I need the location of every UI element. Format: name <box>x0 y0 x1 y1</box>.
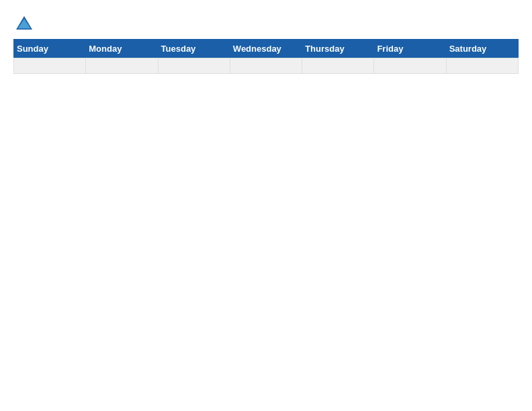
calendar-table: SundayMondayTuesdayWednesdayThursdayFrid… <box>13 39 519 74</box>
calendar-week-row <box>14 58 519 74</box>
weekday-header-cell: Monday <box>86 40 158 58</box>
calendar-day-cell <box>374 58 446 74</box>
calendar-day-cell <box>158 58 230 74</box>
weekday-header-cell: Wednesday <box>230 40 302 58</box>
weekday-header-cell: Tuesday <box>158 40 230 58</box>
header <box>13 13 519 35</box>
calendar-day-cell <box>14 58 86 74</box>
logo <box>13 13 38 35</box>
weekday-header-cell: Friday <box>374 40 446 58</box>
weekday-header-row: SundayMondayTuesdayWednesdayThursdayFrid… <box>14 40 519 58</box>
calendar-day-cell <box>86 58 158 74</box>
logo-icon <box>13 13 35 35</box>
weekday-header-cell: Saturday <box>446 40 518 58</box>
weekday-header-cell: Sunday <box>14 40 86 58</box>
calendar-body <box>14 58 519 74</box>
weekday-header-cell: Thursday <box>302 40 374 58</box>
calendar-day-cell <box>230 58 302 74</box>
calendar-day-cell <box>446 58 518 74</box>
calendar-day-cell <box>302 58 374 74</box>
